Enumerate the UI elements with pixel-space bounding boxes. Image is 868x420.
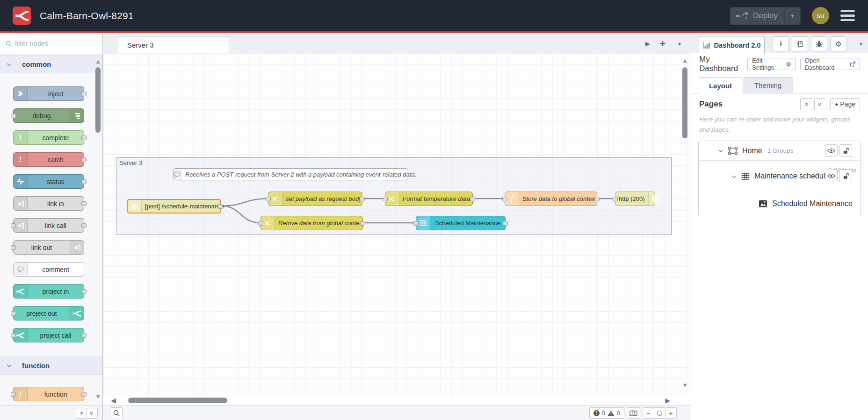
- minimap-toggle-button[interactable]: [627, 407, 640, 419]
- palette-node-project-out[interactable]: project out: [13, 306, 84, 320]
- expand-pages-button[interactable]: »: [814, 98, 826, 110]
- node-format-temperature[interactable]: Format temperature data.: [385, 192, 473, 206]
- output-port[interactable]: [360, 197, 365, 201]
- main-menu-button[interactable]: [840, 10, 855, 21]
- palette-node-link-out[interactable]: link out: [13, 240, 84, 255]
- node-retrieve-global[interactable]: Retrive data from global context: [260, 216, 363, 230]
- input-port[interactable]: [613, 197, 618, 201]
- input-port[interactable]: [502, 197, 507, 201]
- canvas-hscrollbar-thumb[interactable]: [128, 398, 227, 403]
- add-flow-button[interactable]: +: [657, 34, 668, 53]
- output-port[interactable]: [81, 157, 87, 162]
- pages-header-row: Pages » » + Page: [691, 94, 868, 114]
- tree-row-page-home[interactable]: Home 1 Groups: [699, 141, 861, 161]
- canvas-scroll-right[interactable]: ▶: [665, 397, 670, 404]
- palette-node-debug[interactable]: debug: [13, 108, 84, 123]
- output-port[interactable]: [81, 223, 87, 228]
- palette-node-inject[interactable]: inject: [13, 86, 84, 101]
- debug-sidebar-button[interactable]: [811, 36, 827, 51]
- deploy-options-button[interactable]: ▾: [784, 7, 800, 24]
- input-port[interactable]: [11, 245, 16, 250]
- canvas-scroll-left[interactable]: ◀: [111, 397, 116, 404]
- info-sidebar-button[interactable]: i: [773, 36, 789, 51]
- input-port[interactable]: [11, 223, 16, 228]
- input-port[interactable]: [11, 311, 16, 316]
- tab-theming[interactable]: Theming: [743, 77, 793, 93]
- output-port[interactable]: [81, 135, 87, 140]
- user-avatar[interactable]: su: [812, 7, 829, 24]
- palette-collapse-all-button[interactable]: »: [76, 408, 87, 419]
- node-ui-table[interactable]: Scheduled Maintenance: [416, 216, 506, 230]
- output-port[interactable]: [503, 221, 508, 226]
- output-port[interactable]: [470, 197, 475, 201]
- palette-node-project-call[interactable]: project call: [13, 328, 84, 342]
- edit-settings-button[interactable]: Edit Settings ⚙: [747, 58, 796, 70]
- node-http-in[interactable]: [post] /schedule-maintenance: [127, 199, 221, 214]
- tree-row-widget-scheduled-maintenance[interactable]: Scheduled Maintenance: [699, 192, 861, 216]
- palette-node-catch[interactable]: ! catch: [13, 152, 84, 167]
- canvas-scroll-down[interactable]: ▼: [682, 382, 688, 389]
- output-port[interactable]: [81, 92, 87, 96]
- palette-node-link-call[interactable]: link call: [13, 218, 84, 233]
- palette-node-project-in[interactable]: project in: [13, 284, 84, 299]
- toggle-lock-button[interactable]: [839, 144, 852, 157]
- tab-dashboard-2[interactable]: Dashboard 2.0: [699, 36, 765, 54]
- tree-row-group-maintenance[interactable]: Maintenance schedul... 1 Widgets: [699, 161, 861, 192]
- palette-node-comment[interactable]: comment: [13, 262, 84, 277]
- palette-expand-all-button[interactable]: »: [87, 408, 98, 419]
- add-page-button[interactable]: + Page: [830, 98, 860, 110]
- search-flows-button[interactable]: [110, 407, 123, 419]
- canvas-scroll-up[interactable]: ▲: [682, 57, 688, 64]
- toggle-visibility-button[interactable]: [825, 170, 838, 182]
- open-dashboard-button[interactable]: Open Dashboard: [800, 58, 860, 70]
- input-port[interactable]: [258, 221, 263, 226]
- output-port[interactable]: [218, 204, 223, 209]
- flow-canvas[interactable]: Server 3 Receives a POST request from Se…: [103, 53, 691, 395]
- next-tab-icon[interactable]: ▶: [643, 34, 652, 53]
- palette-scrollbar-thumb[interactable]: [95, 67, 101, 133]
- node-store-global[interactable]: f Store data to global context: [505, 192, 597, 206]
- flow-status-counts[interactable]: ! 0 0: [589, 407, 624, 419]
- input-port[interactable]: [266, 197, 271, 201]
- palette-node-status[interactable]: status: [13, 174, 84, 189]
- palette-category-function[interactable]: function: [0, 356, 102, 375]
- collapse-pages-button[interactable]: »: [800, 98, 812, 110]
- input-port[interactable]: [11, 333, 16, 338]
- canvas-vscrollbar-thumb[interactable]: [682, 67, 687, 138]
- comment-node[interactable]: Receives a POST request from Server 2 wi…: [173, 168, 408, 180]
- output-port[interactable]: [81, 289, 87, 294]
- input-port[interactable]: [11, 114, 16, 118]
- output-port[interactable]: [360, 221, 365, 226]
- settings-sidebar-button[interactable]: ⚙: [830, 36, 846, 51]
- output-port[interactable]: [81, 333, 87, 338]
- palette-node-link-in[interactable]: link in: [13, 196, 84, 211]
- node-set-payload[interactable]: set payload as request body: [268, 192, 362, 206]
- deploy-button[interactable]: Deploy ▾: [730, 7, 801, 25]
- output-port[interactable]: [81, 392, 87, 397]
- tab-layout[interactable]: Layout: [699, 77, 742, 94]
- input-port[interactable]: [413, 221, 419, 226]
- palette-category-common[interactable]: common: [0, 55, 102, 73]
- palette-scroll-area: common inject debug: [0, 53, 102, 406]
- flow-tab-server3[interactable]: Server 3: [118, 36, 229, 54]
- output-port[interactable]: [81, 179, 87, 184]
- input-port[interactable]: [383, 197, 388, 201]
- zoom-controls: − +: [643, 407, 677, 419]
- help-sidebar-button[interactable]: [792, 36, 808, 51]
- flow-list-dropdown[interactable]: ▾: [674, 34, 685, 53]
- palette-scroll-up[interactable]: ▲: [95, 58, 101, 65]
- palette-node-function[interactable]: f function: [13, 387, 84, 401]
- toggle-lock-button[interactable]: [839, 170, 852, 182]
- output-port[interactable]: [81, 201, 87, 206]
- sidebar-tabs-dropdown[interactable]: ▾: [860, 41, 862, 47]
- zoom-out-button[interactable]: −: [643, 407, 654, 419]
- palette-node-complete[interactable]: ! complete: [13, 130, 84, 145]
- palette-scroll-down[interactable]: ▼: [95, 393, 101, 400]
- zoom-in-button[interactable]: +: [665, 407, 677, 419]
- node-http-response[interactable]: http (200): [615, 192, 655, 206]
- palette-filter[interactable]: filter nodes: [0, 34, 102, 53]
- zoom-reset-button[interactable]: [654, 407, 665, 419]
- input-port[interactable]: [11, 392, 16, 397]
- output-port[interactable]: [594, 197, 600, 201]
- toggle-visibility-button[interactable]: [825, 144, 838, 157]
